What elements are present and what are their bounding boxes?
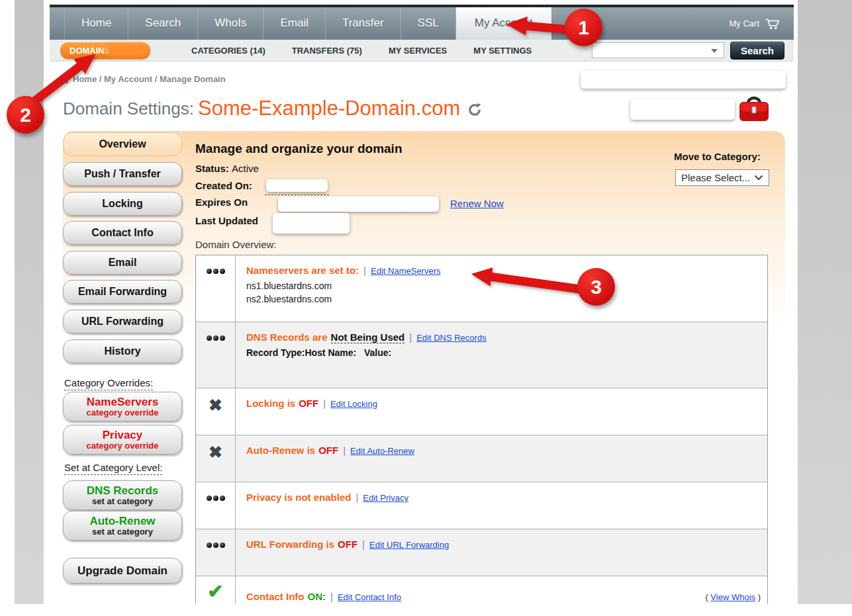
- subnav-domains-button[interactable]: DOMAINS: [60, 42, 150, 59]
- domain-overview-table: Nameservers are set to: | Edit NameServe…: [195, 255, 768, 604]
- checkmark-icon: ✔: [196, 576, 236, 604]
- domain-overview-label: Domain Overview:: [195, 239, 277, 250]
- overview-row-locking: ✖ Locking is OFF | Edit Locking: [196, 388, 767, 435]
- separator: |: [343, 445, 346, 456]
- edit-nameservers-link[interactable]: Edit NameServers: [371, 266, 440, 276]
- created-label: Created On:: [195, 180, 252, 191]
- autorenew-category-sub: set at category: [92, 527, 153, 537]
- sidebar-item-overview[interactable]: Overview: [63, 132, 182, 156]
- expires-label: Expires On: [195, 197, 248, 208]
- nameserver-1: ns1.bluestardns.com: [246, 279, 758, 292]
- pending-dots-icon: [196, 482, 236, 529]
- tab-my-account[interactable]: My Account: [456, 7, 551, 40]
- sidebar-item-contact-info[interactable]: Contact Info: [63, 221, 182, 245]
- status-line: Status: Active: [195, 163, 259, 174]
- renew-now-link[interactable]: Renew Now: [450, 198, 504, 209]
- overview-row-privacy: Privacy is not enabled | Edit Privacy: [196, 482, 767, 529]
- row-title: Contact Info: [246, 591, 305, 602]
- subnav-transfers[interactable]: TRANSFERS (75): [292, 46, 362, 56]
- page-title: Domain Settings: Some-Example-Domain.com: [63, 97, 483, 120]
- toolbox-icon[interactable]: [738, 95, 770, 124]
- tab-home[interactable]: Home: [64, 7, 128, 40]
- refresh-icon[interactable]: [467, 102, 483, 118]
- sidebar-item-privacy-override[interactable]: Privacy category override: [63, 425, 182, 455]
- dns-records-category-title: DNS Records: [87, 485, 159, 497]
- left-gutter: [15, 0, 44, 604]
- separator: |: [355, 492, 358, 503]
- tab-search[interactable]: Search: [128, 7, 198, 40]
- sidebar-item-email-forwarding[interactable]: Email Forwarding: [63, 280, 182, 304]
- annotation-circle-1: 1: [565, 9, 602, 46]
- edit-dns-records-link[interactable]: Edit DNS Records: [416, 333, 486, 343]
- dns-records-category-sub: set at category: [92, 497, 153, 506]
- subnav-categories[interactable]: CATEGORIES (14): [191, 46, 265, 56]
- pending-dots-icon: [196, 255, 236, 322]
- sidebar-item-email[interactable]: Email: [63, 251, 182, 275]
- my-cart-label: My Cart: [730, 19, 760, 28]
- chevron-down-icon: [711, 49, 718, 53]
- dns-record-headers: Record Type:Host Name: Value:: [246, 347, 758, 358]
- subnav-my-settings[interactable]: MY SETTINGS: [473, 46, 532, 56]
- edit-contact-info-link[interactable]: Edit Contact Info: [338, 592, 401, 602]
- edit-url-forwarding-link[interactable]: Edit URL Forwarding: [369, 540, 449, 550]
- sidebar-item-upgrade-domain[interactable]: Upgrade Domain: [63, 558, 182, 584]
- x-mark-icon: ✖: [196, 435, 236, 482]
- category-select[interactable]: Please Select...: [675, 169, 769, 186]
- redaction-box-expires: [278, 197, 439, 212]
- search-combobox[interactable]: [592, 42, 724, 58]
- overview-row-dns-records: DNS Records are Not Being Used | Edit DN…: [196, 322, 767, 388]
- category-select-value: Please Select...: [681, 172, 750, 183]
- row-title: Locking is: [246, 398, 295, 409]
- row-emphasis: Not Being Used: [331, 331, 405, 343]
- pending-dots-icon: [196, 529, 236, 576]
- subnav-my-services[interactable]: MY SERVICES: [389, 46, 447, 56]
- edit-autorenew-link[interactable]: Edit Auto-Renew: [350, 446, 414, 456]
- nameserver-2: ns2.bluestardns.com: [246, 292, 758, 306]
- sidebar-item-push-transfer[interactable]: Push / Transfer: [63, 162, 182, 186]
- view-whois-link[interactable]: View Whois: [710, 592, 755, 602]
- tab-email[interactable]: Email: [263, 7, 326, 40]
- row-emphasis: OFF: [338, 539, 357, 550]
- sidebar-item-dns-records-category[interactable]: DNS Records set at category: [63, 480, 182, 510]
- edit-locking-link[interactable]: Edit Locking: [330, 399, 377, 409]
- search-button[interactable]: Search: [730, 42, 784, 60]
- domain-settings-panel: Overview Push / Transfer Locking Contact…: [63, 131, 785, 603]
- dashed-underline: [265, 195, 329, 195]
- redaction-smear: [105, 44, 147, 56]
- separator: |: [363, 265, 366, 276]
- sidebar-item-locking[interactable]: Locking: [63, 192, 182, 216]
- sidebar-item-autorenew-category[interactable]: Auto-Renew set at category: [63, 511, 182, 541]
- overview-row-url-forwarding: URL Forwarding is OFF | Edit URL Forward…: [196, 529, 767, 576]
- autorenew-category-title: Auto-Renew: [89, 515, 155, 527]
- row-title: Nameservers are set to:: [246, 265, 359, 276]
- redaction-box-created: [266, 179, 328, 192]
- breadcrumb-text[interactable]: Home / My Account / Manage Domain: [73, 74, 226, 84]
- sidebar-item-history[interactable]: History: [63, 339, 182, 363]
- redaction-box-updated: [273, 213, 350, 234]
- nameservers-override-sub: category override: [86, 408, 158, 418]
- section-heading: Manage and organize your domain: [195, 142, 402, 156]
- sidebar-item-nameservers-override[interactable]: NameServers category override: [63, 392, 182, 421]
- tab-ssl[interactable]: SSL: [401, 7, 456, 40]
- status-value: Active: [232, 163, 259, 174]
- tab-whois[interactable]: WhoIs: [198, 7, 263, 40]
- sub-navigation: DOMAINS CATEGORIES (14) TRANSFERS (75) M…: [50, 40, 794, 62]
- right-gutter: [798, 0, 852, 604]
- x-mark-icon: ✖: [196, 388, 236, 435]
- title-domain-name: Some-Example-Domain.com: [198, 97, 460, 120]
- nameservers-override-title: NameServers: [87, 396, 159, 408]
- home-icon: [60, 75, 68, 83]
- tab-transfer[interactable]: Transfer: [326, 7, 401, 40]
- edit-privacy-link[interactable]: Edit Privacy: [363, 493, 408, 503]
- separator: |: [362, 539, 365, 550]
- pending-dots-icon: [196, 322, 236, 388]
- privacy-override-title: Privacy: [103, 429, 143, 441]
- sidebar-item-url-forwarding[interactable]: URL Forwarding: [63, 310, 182, 333]
- subnav-search-group: Search: [592, 42, 794, 60]
- overview-row-nameservers: Nameservers are set to: | Edit NameServe…: [196, 255, 767, 322]
- breadcrumb[interactable]: Home / My Account / Manage Domain: [60, 74, 226, 84]
- separator: |: [323, 398, 326, 409]
- redaction-box-top: [581, 71, 786, 89]
- my-cart-button[interactable]: My Cart: [730, 7, 794, 40]
- annotation-circle-2: 2: [7, 96, 44, 134]
